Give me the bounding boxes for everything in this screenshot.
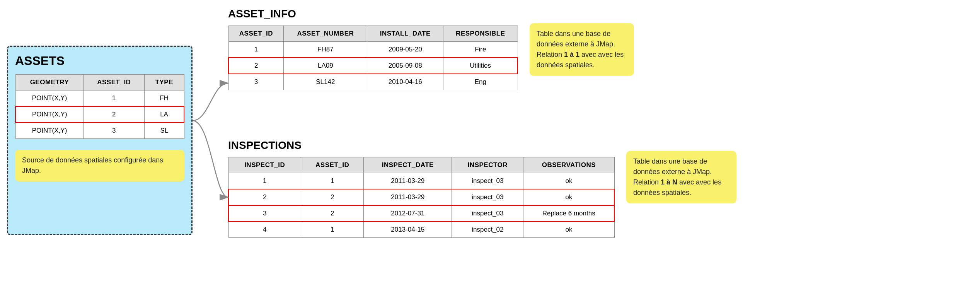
table-row: POINT(X,Y) 3 SL <box>15 123 184 139</box>
inspections-note: Table dans une base de données externe à… <box>626 151 736 203</box>
insp-col-observations: OBSERVATIONS <box>523 157 614 173</box>
asset-info-table: ASSET_ID ASSET_NUMBER INSTALL_DATE RESPO… <box>228 26 518 90</box>
cell-type: LA <box>145 106 184 123</box>
cell-geometry: POINT(X,Y) <box>15 123 84 139</box>
cell-inspectdate: 2012-07-31 <box>364 205 452 222</box>
ai-col-installdate: INSTALL_DATE <box>367 26 443 42</box>
cell-installdate: 2009-05-20 <box>367 42 443 58</box>
assets-source-note: Source de données spatiales configurée d… <box>15 150 184 181</box>
cell-responsible: Eng <box>443 74 518 90</box>
assets-col-assetid: ASSET_ID <box>84 75 145 90</box>
table-row: 2 LA09 2005-09-08 Utilities <box>228 58 518 74</box>
cell-assetid: 1 <box>301 222 363 238</box>
cell-inspectdate: 2011-03-29 <box>364 189 452 205</box>
cell-assetnumber: LA09 <box>284 58 367 74</box>
cell-inspectid: 2 <box>228 189 301 205</box>
inspections-title: INSPECTIONS <box>228 139 615 152</box>
cell-assetid: 2 <box>301 189 363 205</box>
table-row: 3 2 2012-07-31 inspect_03 Replace 6 mont… <box>228 205 614 222</box>
insp-col-inspector: INSPECTOR <box>452 157 523 173</box>
cell-responsible: Utilities <box>443 58 518 74</box>
assets-col-geometry: GEOMETRY <box>15 75 84 90</box>
cell-observations: ok <box>523 222 614 238</box>
asset-info-note: Table dans une base de données externe à… <box>530 23 634 76</box>
assets-table: GEOMETRY ASSET_ID TYPE POINT(X,Y) 1 FH P… <box>15 74 184 139</box>
cell-assetid: 1 <box>228 42 284 58</box>
insp-col-inspectdate: INSPECT_DATE <box>364 157 452 173</box>
cell-assetid: 2 <box>228 58 284 74</box>
cell-observations: ok <box>523 173 614 189</box>
cell-inspector: inspect_02 <box>452 222 523 238</box>
table-row: POINT(X,Y) 1 FH <box>15 90 184 107</box>
table-row: 2 2 2011-03-29 inspect_03 ok <box>228 189 614 205</box>
cell-assetnumber: SL142 <box>284 74 367 90</box>
asset-info-title: ASSET_INFO <box>228 8 518 20</box>
cell-inspectdate: 2011-03-29 <box>364 173 452 189</box>
table-row: 1 1 2011-03-29 inspect_03 ok <box>228 173 614 189</box>
cell-inspector: inspect_03 <box>452 189 523 205</box>
cell-type: FH <box>145 90 184 107</box>
cell-inspectid: 3 <box>228 205 301 222</box>
cell-installdate: 2010-04-16 <box>367 74 443 90</box>
ai-col-assetid: ASSET_ID <box>228 26 284 42</box>
cell-responsible: Fire <box>443 42 518 58</box>
insp-col-inspectid: INSPECT_ID <box>228 157 301 173</box>
ai-col-assetnumber: ASSET_NUMBER <box>284 26 367 42</box>
cell-inspector: inspect_03 <box>452 205 523 222</box>
cell-geometry: POINT(X,Y) <box>15 106 84 123</box>
assets-col-type: TYPE <box>145 75 184 90</box>
ai-col-responsible: RESPONSIBLE <box>443 26 518 42</box>
inspections-table: INSPECT_ID ASSET_ID INSPECT_DATE INSPECT… <box>228 157 615 238</box>
cell-geometry: POINT(X,Y) <box>15 90 84 107</box>
cell-assetid: 1 <box>84 90 145 107</box>
table-row: 4 1 2013-04-15 inspect_02 ok <box>228 222 614 238</box>
table-row: 3 SL142 2010-04-16 Eng <box>228 74 518 90</box>
assets-box: ASSETS GEOMETRY ASSET_ID TYPE POINT(X,Y)… <box>7 46 193 235</box>
cell-assetnumber: FH87 <box>284 42 367 58</box>
cell-type: SL <box>145 123 184 139</box>
cell-inspectdate: 2013-04-15 <box>364 222 452 238</box>
cell-assetid: 1 <box>301 173 363 189</box>
cell-assetid: 3 <box>84 123 145 139</box>
assets-title: ASSETS <box>15 54 184 68</box>
cell-inspector: inspect_03 <box>452 173 523 189</box>
cell-observations: ok <box>523 189 614 205</box>
table-row: POINT(X,Y) 2 LA <box>15 106 184 123</box>
asset-info-section: ASSET_INFO ASSET_ID ASSET_NUMBER INSTALL… <box>228 8 518 90</box>
cell-inspectid: 1 <box>228 173 301 189</box>
table-row: 1 FH87 2009-05-20 Fire <box>228 42 518 58</box>
cell-assetid: 2 <box>84 106 145 123</box>
cell-inspectid: 4 <box>228 222 301 238</box>
cell-installdate: 2005-09-08 <box>367 58 443 74</box>
inspections-section: INSPECTIONS INSPECT_ID ASSET_ID INSPECT_… <box>228 139 615 238</box>
cell-assetid: 2 <box>301 205 363 222</box>
cell-observations: Replace 6 months <box>523 205 614 222</box>
insp-col-assetid: ASSET_ID <box>301 157 363 173</box>
cell-assetid: 3 <box>228 74 284 90</box>
